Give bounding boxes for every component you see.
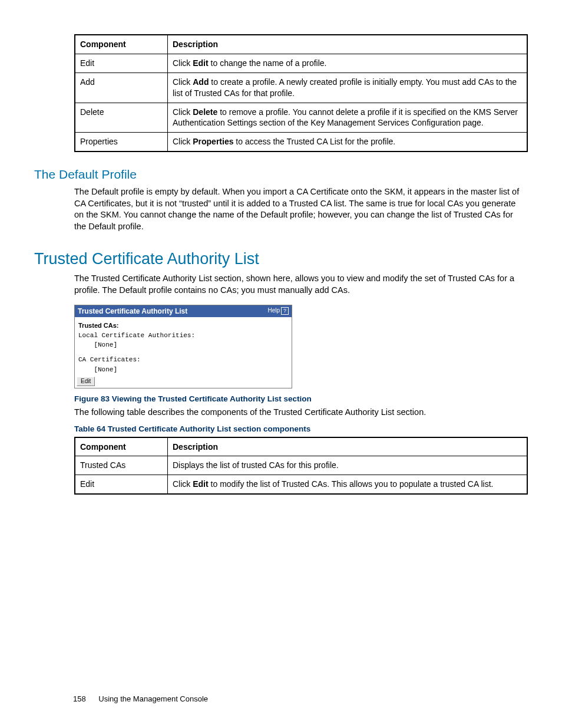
cell-description: Click Properties to access the Trusted C…: [168, 133, 528, 151]
widget-header: Trusted Certificate Authority List Help?: [75, 305, 292, 317]
heading-default-profile: The Default Profile: [34, 167, 522, 182]
widget-trusted-ca-list: Trusted Certificate Authority List Help?…: [74, 305, 292, 388]
table2-header-component: Component: [75, 437, 168, 456]
table-components-1: Component Description Edit Click Edit to…: [74, 34, 528, 152]
cell-description: Displays the list of trusted CAs for thi…: [168, 456, 528, 475]
table-row: Edit Click Edit to change the name of a …: [75, 54, 527, 73]
page-number: 158: [73, 694, 86, 703]
edit-button[interactable]: Edit: [77, 377, 95, 386]
group-local-ca: Local Certificate Authorities:: [78, 331, 288, 340]
value-none-2: [None]: [78, 365, 288, 374]
group-ca-certs: CA Certificates:: [78, 355, 288, 364]
cell-description: Click Edit to modify the list of Trusted…: [168, 475, 528, 494]
cell-component: Add: [75, 73, 168, 103]
widget-title: Trusted Certificate Authority List: [78, 307, 187, 315]
table-row: Properties Click Properties to access th…: [75, 133, 527, 151]
paragraph-after-figure: The following table describes the compon…: [74, 407, 522, 419]
figure-caption-83: Figure 83 Viewing the Trusted Certificat…: [74, 394, 522, 403]
help-link[interactable]: Help?: [267, 307, 289, 315]
label-trusted-cas: Trusted CAs:: [78, 322, 288, 329]
table-components-2: Component Description Trusted CAs Displa…: [74, 437, 528, 495]
cell-description: Click Add to create a profile. A newly c…: [168, 73, 528, 103]
table2-header-description: Description: [168, 437, 528, 456]
page-footer: 158 Using the Management Console: [73, 694, 208, 703]
cell-component: Edit: [75, 54, 168, 73]
paragraph-trusted-ca-intro: The Trusted Certificate Authority List s…: [74, 273, 522, 296]
cell-description: Click Delete to remove a profile. You ca…: [168, 103, 528, 133]
paragraph-default-profile: The Default profile is empty by default.…: [74, 186, 522, 232]
footer-title: Using the Management Console: [98, 694, 208, 703]
cell-component: Edit: [75, 475, 168, 494]
table-caption-64: Table 64 Trusted Certificate Authority L…: [74, 424, 522, 433]
help-icon: ?: [281, 307, 289, 315]
table-row: Add Click Add to create a profile. A new…: [75, 73, 527, 103]
table-row: Trusted CAs Displays the list of trusted…: [75, 456, 527, 475]
cell-component: Delete: [75, 103, 168, 133]
heading-trusted-ca-list: Trusted Certificate Authority List: [34, 250, 522, 268]
table-row: Delete Click Delete to remove a profile.…: [75, 103, 527, 133]
cell-component: Properties: [75, 133, 168, 151]
table1-header-description: Description: [168, 35, 528, 54]
value-none-1: [None]: [78, 341, 288, 350]
cell-component: Trusted CAs: [75, 456, 168, 475]
table1-header-component: Component: [75, 35, 168, 54]
cell-description: Click Edit to change the name of a profi…: [168, 54, 528, 73]
widget-body: Trusted CAs: Local Certificate Authoriti…: [75, 317, 292, 378]
table-row: Edit Click Edit to modify the list of Tr…: [75, 475, 527, 494]
